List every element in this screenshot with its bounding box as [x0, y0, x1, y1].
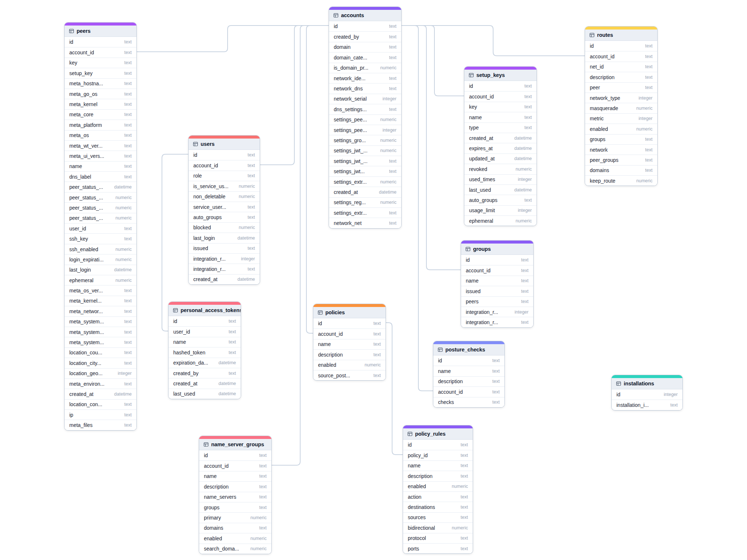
table-row: ports text — [403, 543, 473, 553]
field-name: integration_r... — [466, 309, 498, 315]
field-type: text — [248, 173, 255, 178]
table-row: updated_at datetime — [464, 153, 537, 164]
table-row: last_login datetime — [189, 233, 260, 243]
field-name: meta_os — [69, 132, 89, 138]
field-type: text — [248, 267, 255, 272]
table-row: id text — [189, 150, 260, 160]
table-row: destinations text — [403, 502, 473, 512]
table-title: routes — [597, 32, 613, 38]
field-name: settings_jwt_... — [334, 158, 368, 164]
table-row: dns_settings... text — [329, 104, 401, 114]
field-name: non_deletable — [193, 194, 225, 199]
field-type: text — [259, 484, 267, 489]
table-card-posture_checks[interactable]: posture_checks id text name text descrip… — [433, 341, 505, 408]
table-row: integration_r... integer — [189, 253, 260, 264]
field-name: ephemeral — [69, 277, 93, 283]
table-row: id text — [329, 21, 401, 31]
field-name: settings_pee... — [334, 117, 367, 122]
table-row: created_by text — [169, 368, 241, 378]
field-name: meta_hostna... — [69, 81, 103, 86]
field-type: text — [374, 352, 381, 357]
table-row: search_doma... numeric — [199, 544, 271, 554]
field-type: integer — [664, 392, 678, 397]
field-name: domain — [334, 44, 351, 50]
field-type: text — [461, 442, 468, 447]
field-type: numeric — [251, 536, 267, 541]
field-name: meta_kernel... — [69, 298, 102, 304]
table-row: network_type integer — [585, 93, 657, 103]
table-card-name_server_groups[interactable]: name_server_groups id text account_id te… — [199, 436, 272, 554]
field-rows: id text account_id text name text issued… — [461, 255, 533, 327]
field-name: peer_groups — [590, 157, 619, 163]
table-card-peers[interactable]: peers id text account_id text key text s… — [64, 22, 137, 431]
field-type: numeric — [516, 218, 532, 223]
field-type: numeric — [636, 106, 653, 111]
table-row: name text — [461, 276, 533, 286]
field-type: text — [645, 75, 653, 80]
field-type: text — [521, 320, 529, 325]
table-row: ephemeral numeric — [65, 275, 136, 285]
table-row: description text — [585, 72, 657, 82]
table-row: groups text — [199, 502, 271, 512]
table-row: meta_core text — [65, 109, 136, 120]
table-card-accounts[interactable]: accounts id text created_by text domain … — [329, 7, 402, 229]
table-row: key text — [464, 102, 537, 112]
field-type: text — [248, 215, 255, 220]
table-row: description text — [199, 481, 271, 491]
table-row: account_id text — [461, 265, 533, 275]
field-name: meta_platform — [69, 122, 102, 128]
field-type: text — [525, 104, 532, 109]
field-name: issued — [466, 288, 480, 294]
table-card-policy_rules[interactable]: policy_rules id text policy_id text name… — [403, 425, 473, 554]
field-type: numeric — [239, 184, 255, 189]
field-rows: id text account_id text net_id text desc… — [585, 41, 657, 186]
table-header: peers — [65, 26, 136, 37]
table-row: location_city... text — [65, 358, 136, 368]
table-card-personal_access_tokens[interactable]: personal_access_tokens id text user_id t… — [168, 302, 241, 399]
field-name: created_at — [193, 276, 217, 282]
field-type: text — [229, 350, 236, 355]
field-type: text — [374, 342, 381, 347]
field-name: description — [438, 378, 463, 384]
table-row: keep_route numeric — [585, 175, 657, 186]
field-name: hashed_token — [173, 350, 205, 355]
table-accent-bar — [199, 436, 271, 439]
table-card-groups[interactable]: groups id text account_id text name text… — [461, 240, 534, 328]
field-type: datetime — [237, 236, 255, 241]
field-name: domains — [204, 525, 223, 531]
table-row: peer text — [585, 82, 657, 93]
table-card-installations[interactable]: installations id integer installation_i.… — [611, 375, 683, 411]
table-card-routes[interactable]: routes id text account_id text net_id te… — [585, 26, 658, 186]
field-name: meta_networ... — [69, 308, 103, 314]
table-card-users[interactable]: users id text account_id text role text … — [188, 135, 260, 285]
table-card-setup_keys[interactable]: setup_keys id text account_id text key t… — [464, 66, 537, 226]
field-type: text — [124, 309, 132, 314]
field-name: network_net — [334, 220, 361, 226]
table-card-policies[interactable]: policies id text account_id text name te… — [313, 304, 386, 381]
table-row: ip text — [65, 409, 136, 420]
field-name: settings_reg... — [334, 199, 366, 205]
field-name: name — [466, 278, 479, 284]
field-name: last_login — [193, 235, 215, 241]
field-type: datetime — [514, 136, 532, 141]
field-type: text — [389, 107, 396, 112]
field-name: service_user... — [193, 204, 226, 210]
table-row: account_id text — [313, 328, 386, 339]
table-title: setup_keys — [476, 72, 505, 78]
field-rows: id integer installation_i... text — [612, 389, 682, 410]
field-type: text — [525, 115, 532, 120]
field-name: name — [173, 339, 186, 345]
connector-policy_rules.policy_id-to-policies.id — [386, 323, 403, 455]
table-row: installation_i... text — [612, 400, 682, 410]
table-row: account_id text — [65, 47, 136, 57]
table-accent-bar — [585, 27, 657, 30]
field-name: id — [193, 152, 197, 158]
field-rows: id text policy_id text name text descrip… — [403, 440, 473, 553]
field-type: text — [492, 358, 500, 363]
field-name: name — [469, 114, 482, 120]
table-row: sources text — [403, 512, 473, 522]
field-type: text — [461, 515, 468, 520]
field-type: text — [461, 546, 468, 551]
field-name: integration_r... — [193, 256, 226, 262]
field-name: net_id — [590, 64, 604, 70]
